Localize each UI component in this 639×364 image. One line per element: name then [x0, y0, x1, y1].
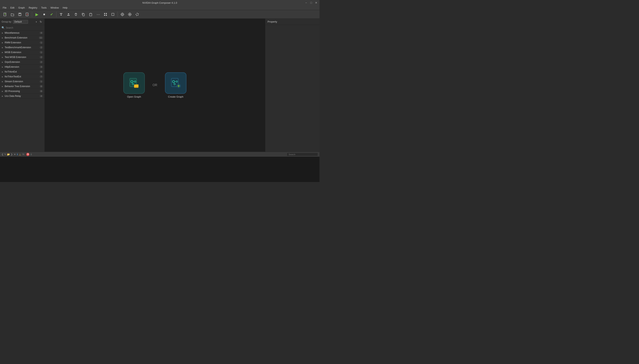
copy-button[interactable]	[80, 11, 87, 18]
node-category-9[interactable]: ► NvTritonTestExt 7	[0, 74, 45, 79]
refresh-button[interactable]: ↻	[39, 20, 43, 24]
delete-button[interactable]	[72, 11, 79, 18]
category-arrow-10: ►	[2, 80, 4, 83]
more-button-1[interactable]: ⋯	[95, 11, 102, 18]
category-name-11: Behavior Tree Extension	[5, 85, 40, 88]
node-category-12[interactable]: ► 3D Processing 8	[0, 89, 45, 94]
category-name-8: NvTritonExt	[5, 70, 40, 73]
group-by-wrapper: Default Category Name	[13, 20, 38, 24]
category-arrow-7: ►	[2, 66, 4, 68]
svg-point-35	[138, 15, 138, 16]
menu-item-file[interactable]: File	[1, 6, 8, 10]
node-category-13[interactable]: ► Ucx Data Relay 4	[0, 94, 45, 98]
status-back-icon[interactable]: ❮	[2, 153, 4, 156]
category-arrow-2: ►	[2, 42, 4, 44]
minimize-button[interactable]: −	[304, 1, 308, 4]
node-category-11[interactable]: ► Behavior Tree Extension 8	[0, 84, 45, 89]
node-category-0[interactable]: ► Miscellaneous 4	[0, 30, 45, 36]
status-toolbar-icons: ❮ ✎ 📂 ❯	[2, 153, 13, 156]
open-button[interactable]	[9, 11, 16, 18]
category-count-8: 5	[40, 70, 43, 73]
node-category-2[interactable]: ► RMM Extension 1	[0, 40, 45, 45]
create-graph-label: Create Graph	[168, 95, 184, 98]
statusbar: ❮ ✎ 📂 ❯ ✷ ℹ △ 76 ✕ 0	[0, 152, 320, 157]
node-category-5[interactable]: ► Test MISB Extension 2	[0, 55, 45, 60]
canvas-area[interactable]: Open Graph OR	[45, 19, 265, 152]
status-edit-icon[interactable]: ✎	[4, 153, 6, 156]
property-panel: Property	[265, 19, 320, 152]
group-by-label: Group by:	[2, 20, 12, 23]
status-search-input[interactable]	[287, 153, 318, 156]
main-area: Group by: Default Category Name ↻ 🔍 ► Mi…	[0, 19, 320, 152]
status-asterisk-icon: ✷	[14, 153, 16, 156]
search-input[interactable]	[6, 26, 43, 29]
node-list: ► Miscellaneous 4 ► Benchmark Extension …	[0, 30, 45, 152]
category-arrow-8: ►	[2, 71, 4, 73]
group-by-bar: Group by: Default Category Name ↻	[0, 19, 45, 25]
run-button[interactable]: ▶	[33, 11, 40, 18]
menu-item-registry[interactable]: Registry	[27, 6, 39, 10]
status-warning-icon: △	[19, 153, 21, 156]
svg-point-31	[136, 14, 136, 15]
push-up-button[interactable]	[65, 11, 72, 18]
category-name-0: Miscellaneous	[5, 32, 40, 34]
open-graph-card[interactable]: Open Graph	[123, 72, 145, 98]
recent-button[interactable]	[16, 11, 23, 18]
category-count-3: 2	[40, 46, 43, 48]
category-arrow-9: ►	[2, 76, 4, 78]
node-category-7[interactable]: ► HttpExtension 3	[0, 64, 45, 70]
target1-button[interactable]	[119, 11, 126, 18]
property-header: Property	[265, 19, 320, 25]
close-button[interactable]: ✕	[314, 1, 318, 4]
category-count-6: 2	[40, 61, 43, 63]
svg-rect-15	[106, 13, 107, 14]
more-button-2[interactable]	[102, 11, 109, 18]
node-category-3[interactable]: ► TestBenchmarkExtension 2	[0, 45, 45, 50]
square-button[interactable]	[109, 11, 116, 18]
menu-item-help[interactable]: Help	[61, 6, 69, 10]
console-area	[0, 157, 320, 182]
paste-button[interactable]	[87, 11, 94, 18]
category-count-7: 3	[40, 66, 43, 68]
status-arrow-icon[interactable]: ❯	[11, 153, 13, 156]
svg-point-33	[138, 14, 139, 14]
group-by-select[interactable]: Default Category Name	[13, 20, 28, 24]
node-category-4[interactable]: ► MISB Extension 1	[0, 50, 45, 55]
or-text: OR	[153, 84, 157, 87]
svg-point-5	[20, 15, 20, 16]
category-name-13: Ucx Data Relay	[5, 95, 40, 98]
category-count-11: 8	[40, 85, 43, 88]
maximize-button[interactable]: □	[309, 1, 313, 4]
menu-item-window[interactable]: Window	[49, 6, 60, 10]
svg-point-26	[129, 14, 130, 15]
target2-button[interactable]	[126, 11, 133, 18]
menu-item-tools[interactable]: Tools	[40, 6, 48, 10]
push-down-button[interactable]	[58, 11, 65, 18]
category-count-4: 1	[40, 51, 43, 54]
svg-rect-13	[90, 13, 91, 14]
node-category-1[interactable]: ► Benchmark Extension 11	[0, 36, 45, 40]
menu-item-graph[interactable]: Graph	[17, 6, 26, 10]
toolbar-sep-3	[118, 12, 118, 17]
toolbar: ▶ ■ ✔ ⋯	[0, 10, 320, 19]
node-category-10[interactable]: ► Stream Extension 1	[0, 79, 45, 84]
new-button[interactable]	[2, 11, 9, 18]
close-file-button[interactable]	[24, 11, 31, 18]
open-graph-label: Open Graph	[127, 95, 141, 98]
create-graph-card[interactable]: Create Graph	[165, 72, 186, 98]
category-count-12: 8	[40, 90, 43, 92]
open-graph-icon	[123, 72, 145, 94]
validate-button[interactable]: ✔	[48, 11, 55, 18]
search-bar: 🔍	[0, 25, 45, 30]
status-folder-icon[interactable]: 📂	[7, 153, 10, 156]
menu-item-edit[interactable]: Edit	[9, 6, 16, 10]
search-icon: 🔍	[2, 26, 5, 29]
scatter-button[interactable]	[134, 11, 141, 18]
node-category-8[interactable]: ► NvTritonExt 5	[0, 70, 45, 74]
stop-button[interactable]: ■	[41, 11, 48, 18]
category-arrow-13: ►	[2, 95, 4, 97]
svg-point-19	[121, 13, 124, 16]
toolbar-sep-2	[56, 12, 57, 17]
category-count-5: 2	[40, 56, 43, 58]
node-category-6[interactable]: ► GrpcExtension 2	[0, 60, 45, 64]
